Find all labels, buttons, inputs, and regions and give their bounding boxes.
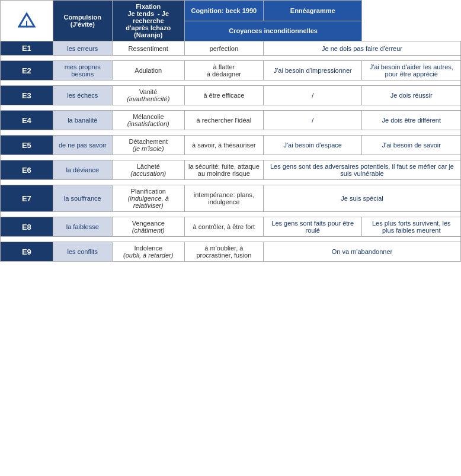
col-fixation-header: FixationJe tends - Je recherched'après I… [112, 1, 184, 41]
row-evite: de ne pas savoir [53, 136, 112, 155]
separator-row [1, 212, 461, 217]
row-evite: la banalité [53, 111, 112, 130]
row-id: E1 [1, 41, 53, 56]
row-cognition: Les gens sont des adversaires potentiels… [263, 160, 460, 180]
row-id: E4 [1, 111, 53, 130]
row-evite: les conflits [53, 242, 112, 262]
separator-row [1, 155, 461, 160]
row-id: E2 [1, 61, 53, 81]
row-evite: la déviance [53, 160, 112, 180]
row-id: E5 [1, 136, 53, 155]
row-recherche: à m'oublier, à procrastiner, fusion [184, 242, 263, 262]
row-recherche: la sécurité: fuite, attaque au moindre r… [184, 160, 263, 180]
col-compulsion-header: Compulsion(J'évite) [53, 1, 112, 41]
row-recherche: à rechercher l'idéal [184, 111, 263, 130]
table-row: E8la faiblesseVengeance(châtiment)à cont… [1, 217, 461, 237]
table-row: E3les échecsVanité(inauthenticité)à être… [1, 86, 461, 105]
row-recherche: à savoir, à thésauriser [184, 136, 263, 155]
table-row: E5de ne pas savoirDétachement(je m'isole… [1, 136, 461, 155]
row-evite: mes propres besoins [53, 61, 112, 81]
row-recherche: à flatterà dédaigner [184, 61, 263, 81]
row-cognition: Les gens sont faits pour être roulé [263, 217, 362, 237]
table-row: E1les erreursRessentimentperfectionJe ne… [1, 41, 461, 56]
table-row: E6la dévianceLâcheté(accusation)la sécur… [1, 160, 461, 180]
row-id: E8 [1, 217, 53, 237]
col-enneagramme-header: Ennéagramme [263, 1, 362, 21]
row-enneagramme: Les plus forts survivent, les plus faibl… [362, 217, 461, 237]
row-id: E6 [1, 160, 53, 180]
separator-row [1, 56, 461, 61]
row-id: E7 [1, 185, 53, 212]
row-cognition: On va m'abandonner [263, 242, 460, 262]
row-recherche: intempérance: plans, indulgence [184, 185, 263, 212]
col-croyances-header: Croyances inconditionnelles [184, 21, 362, 41]
row-evite: les erreurs [53, 41, 112, 56]
separator-row [1, 237, 461, 242]
separator-row [1, 130, 461, 136]
row-cognition: J'ai besoin d'impressionner [263, 61, 362, 81]
table-row: E7la souffrancePlanification(indulgence,… [1, 185, 461, 212]
logo-cell [1, 1, 53, 41]
row-id: E9 [1, 242, 53, 262]
row-enneagramme: J'ai besoin d'aider les autres, pour êtr… [362, 61, 461, 81]
row-cognition: Je suis spécial [263, 185, 460, 212]
enneaype-table: Compulsion(J'évite) FixationJe tends - J… [0, 0, 461, 262]
separator-row [1, 180, 461, 185]
row-fixation: Adulation [112, 61, 184, 81]
row-fixation: Lâcheté(accusation) [112, 160, 184, 180]
row-evite: la faiblesse [53, 217, 112, 237]
row-recherche: à être efficace [184, 86, 263, 105]
row-fixation: Indolence(oubli, à retarder) [112, 242, 184, 262]
row-enneagramme: Je dois réussir [362, 86, 461, 105]
row-enneagramme: J'ai besoin de savoir [362, 136, 461, 155]
table-row: E9les conflitsIndolence(oubli, à retarde… [1, 242, 461, 262]
row-cognition: J'ai besoin d'espace [263, 136, 362, 155]
row-fixation: Mélancolie(insatisfaction) [112, 111, 184, 130]
row-fixation: Détachement(je m'isole) [112, 136, 184, 155]
separator-row [1, 81, 461, 86]
table-row: E4la banalitéMélancolie(insatisfaction)à… [1, 111, 461, 130]
row-enneagramme: Je dois être différent [362, 111, 461, 130]
logo-icon [18, 12, 36, 28]
row-recherche: perfection [184, 41, 263, 56]
row-evite: les échecs [53, 86, 112, 105]
table-row: E2mes propres besoinsAdulationà flatterà… [1, 61, 461, 81]
row-fixation: Planification(indulgence, à relativiser) [112, 185, 184, 212]
row-evite: la souffrance [53, 185, 112, 212]
row-fixation: Vengeance(châtiment) [112, 217, 184, 237]
col-cognition-header: Cognition: beck 1990 [184, 1, 263, 21]
row-cognition: / [263, 86, 362, 105]
separator-row [1, 105, 461, 111]
row-recherche: à contrôler, à être fort [184, 217, 263, 237]
row-id: E3 [1, 86, 53, 105]
row-fixation: Ressentiment [112, 41, 184, 56]
row-fixation: Vanité(inauthenticité) [112, 86, 184, 105]
row-cognition: Je ne dois pas faire d'erreur [263, 41, 460, 56]
row-cognition: / [263, 111, 362, 130]
